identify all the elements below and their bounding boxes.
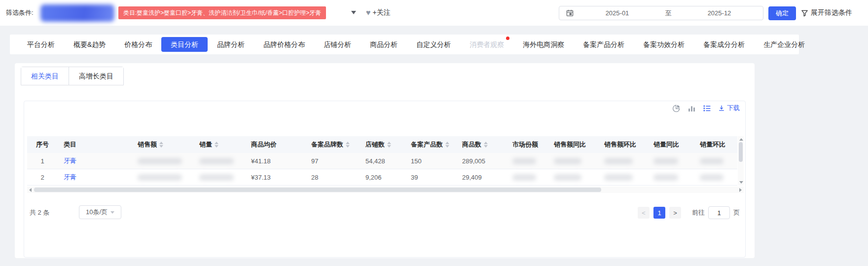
column-label: 商品均价: [251, 140, 277, 149]
column-header[interactable]: 备案品牌数: [305, 140, 360, 149]
redacted-value: [653, 158, 678, 164]
sort-caret-icon[interactable]: [445, 142, 449, 148]
category-link[interactable]: 牙膏: [64, 156, 76, 165]
column-header[interactable]: 销量: [193, 140, 245, 149]
tab-high-growth-categories[interactable]: 高增长类目: [69, 67, 123, 85]
redacted-value: [604, 158, 633, 164]
nav-tab[interactable]: 店铺分析: [314, 37, 361, 52]
cell-value: 97: [311, 157, 318, 165]
nav-tab[interactable]: 价格分布: [115, 37, 161, 52]
column-label: 备案品牌数: [311, 140, 343, 149]
column-header: 类目: [58, 140, 132, 149]
column-header[interactable]: 备案产品数: [405, 140, 456, 149]
nav-tab[interactable]: 类目分析: [161, 37, 208, 52]
follow-label: +关注: [373, 8, 391, 17]
column-label: 销量环比: [700, 140, 725, 149]
page-size-value: 10条/页: [86, 208, 108, 217]
blurred-cell: [598, 174, 648, 181]
chevron-down-icon: [110, 211, 114, 214]
funnel-icon: [801, 9, 808, 17]
notification-dot: [506, 37, 509, 40]
horizontal-scroll-thumb[interactable]: [34, 188, 601, 192]
download-label: 下载: [727, 104, 740, 113]
blurred-cell: [598, 158, 648, 164]
column-header[interactable]: 销售额: [132, 140, 193, 149]
nav-tab[interactable]: 自定义分析: [407, 37, 460, 52]
nav-tab[interactable]: 备案功效分析: [634, 37, 694, 52]
follow-button[interactable]: ♥ +关注: [366, 0, 391, 26]
pie-chart-view-icon[interactable]: [672, 104, 681, 113]
category-link[interactable]: 牙膏: [64, 173, 76, 182]
expand-filters-button[interactable]: 展开筛选条件: [801, 0, 852, 26]
blurred-cell: [648, 174, 694, 181]
nav-tab[interactable]: 商品分析: [361, 37, 407, 52]
cell-value: 150: [411, 157, 422, 165]
nav-tab[interactable]: 平台分析: [18, 37, 64, 52]
heart-icon: ♥: [366, 9, 371, 17]
page-size-select[interactable]: 10条/页: [79, 205, 121, 219]
confirm-button[interactable]: 确定: [768, 6, 796, 20]
bar-chart-view-icon[interactable]: [687, 104, 696, 113]
horizontal-scrollbar[interactable]: [27, 187, 744, 193]
cell-avg_price: ¥41.18: [245, 157, 305, 165]
pagination: 共 2 条 10条/页 < 1 > 前往 页: [15, 205, 755, 219]
tag-dropdown-caret-icon[interactable]: [351, 11, 356, 14]
nav-tab[interactable]: 品牌价格分布: [254, 37, 314, 52]
vertical-scrollbar[interactable]: [738, 136, 744, 186]
nav-tab[interactable]: 备案成分分析: [694, 37, 754, 52]
nav-tab[interactable]: 概要&趋势: [64, 37, 115, 52]
redacted-value: [554, 174, 581, 181]
download-icon: [718, 105, 725, 112]
redacted-value: [138, 174, 182, 181]
column-header: 序号: [27, 140, 58, 149]
sort-caret-icon[interactable]: [215, 142, 218, 148]
date-separator: 至: [661, 9, 676, 18]
sort-caret-icon[interactable]: [159, 142, 163, 148]
cell-value: 54,428: [365, 157, 385, 165]
column-header[interactable]: 商品数: [456, 140, 506, 149]
date-end-input[interactable]: 2025-12: [676, 9, 763, 17]
redacted-value: [512, 174, 536, 181]
cell-value: ¥41.18: [251, 157, 271, 165]
column-header[interactable]: 店铺数: [360, 140, 405, 149]
column-label: 店铺数: [365, 140, 385, 149]
scroll-left-icon[interactable]: [29, 188, 32, 192]
table-body: 1牙膏¥41.189754,428150289,0052牙膏¥37.13289,…: [27, 153, 737, 186]
scroll-right-icon[interactable]: [739, 188, 742, 192]
date-start-input[interactable]: 2025-01: [574, 9, 661, 17]
nav-tab: 消费者观察: [460, 37, 513, 52]
column-label: 销量: [199, 140, 212, 149]
list-view-icon[interactable]: [703, 104, 711, 113]
blurred-cell: [132, 174, 193, 181]
scroll-up-icon[interactable]: [739, 138, 743, 141]
calendar-icon: [566, 9, 574, 17]
scroll-down-icon[interactable]: [739, 181, 743, 184]
expand-filters-label: 展开筛选条件: [811, 8, 852, 17]
cell-category[interactable]: 牙膏: [58, 173, 132, 182]
tab-related-categories[interactable]: 相关类目: [21, 67, 69, 85]
redacted-value: [138, 158, 182, 164]
cell-category[interactable]: 牙膏: [58, 156, 132, 165]
goto-page-input[interactable]: [708, 206, 730, 219]
column-label: 销售额同比: [554, 140, 586, 149]
redacted-value: [554, 158, 581, 164]
download-button[interactable]: 下载: [718, 104, 740, 113]
prev-page-button[interactable]: <: [638, 207, 650, 219]
column-header: 市场份额: [506, 140, 548, 149]
page-1-button[interactable]: 1: [653, 207, 665, 219]
table-row: 2牙膏¥37.13289,2063929,409: [27, 169, 737, 186]
sort-caret-icon[interactable]: [346, 142, 350, 148]
next-page-button[interactable]: >: [669, 207, 681, 219]
sort-caret-icon[interactable]: [484, 142, 488, 148]
nav-tab[interactable]: 海外电商洞察: [513, 37, 574, 52]
category-filter-tag[interactable]: 类目:婴童洗护>婴童口腔>牙膏、洗护清洁剂/卫生巾/纸/香薰>口腔护理>牙膏: [118, 6, 326, 19]
category-table: 序号类目销售额销量商品均价备案品牌数店铺数备案产品数商品数市场份额销售额同比销售…: [27, 136, 737, 186]
vertical-scroll-thumb[interactable]: [739, 142, 743, 162]
sort-caret-icon[interactable]: [387, 142, 391, 148]
nav-tab[interactable]: 品牌分析: [208, 37, 254, 52]
nav-tab[interactable]: 生产企业分析: [754, 37, 814, 52]
cell-reg_product_count: 39: [405, 174, 456, 181]
column-label: 销售额: [138, 140, 157, 149]
nav-tab[interactable]: 备案产品分析: [574, 37, 634, 52]
date-range-picker[interactable]: 2025-01 至 2025-12: [559, 6, 763, 20]
